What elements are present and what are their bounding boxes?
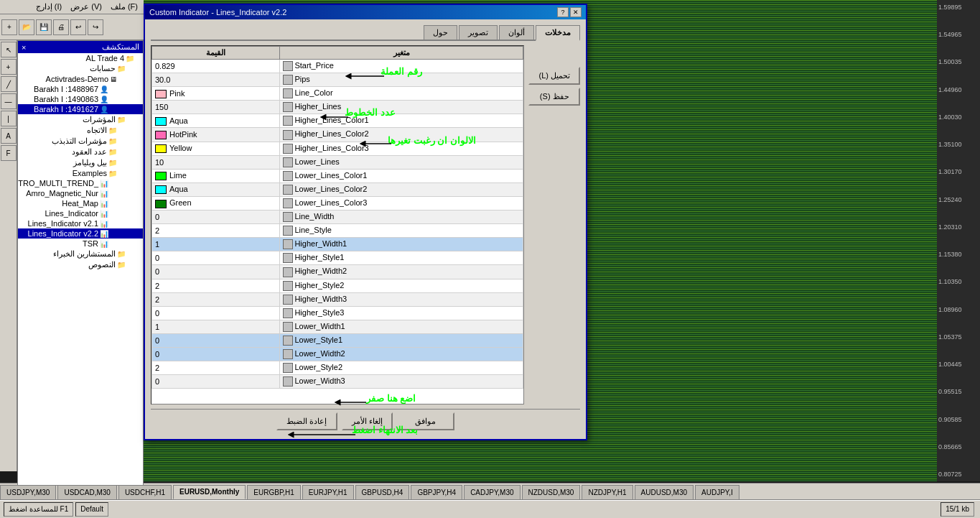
dialog-close[interactable]: ✕ bbox=[570, 7, 582, 17]
param-row[interactable]: Lime Lower_Lines_Color1 bbox=[152, 169, 523, 182]
param-row[interactable]: 0 Higher_Style1 bbox=[152, 251, 523, 265]
bottom-tab-NZDJPY_H1[interactable]: NZDJPY,H1 bbox=[582, 485, 633, 499]
param-row[interactable]: 0 Line_Width bbox=[152, 211, 523, 224]
bottom-tab-USDCHF_H1[interactable]: USDCHF,H1 bbox=[118, 485, 172, 499]
tree-item-بيل_ويليامز[interactable]: 📁بيل ويليامز bbox=[18, 157, 143, 168]
reset-button[interactable]: إعادة الضبط bbox=[276, 412, 337, 430]
dialog-title: Custom Indicator - Lines_Indicator v2.2 bbox=[149, 8, 286, 17]
param-name: Pips bbox=[280, 73, 523, 87]
tree-item-عدد_العقود[interactable]: 📁عدد العقود bbox=[18, 147, 143, 157]
custom-indicator-dialog[interactable]: Custom Indicator - Lines_Indicator v2.2 … bbox=[144, 4, 587, 440]
tree-item-Amro_Magnetic_Nur[interactable]: 📊Amro_Magnetic_Nur bbox=[18, 188, 143, 198]
param-row[interactable]: 0 Lower_Width2 bbox=[152, 347, 523, 361]
param-row[interactable]: Green Lower_Lines_Color3 bbox=[152, 196, 523, 210]
param-row[interactable]: 0 Higher_Width2 bbox=[152, 265, 523, 279]
tree-item-الاتجاه[interactable]: 📁الاتجاه bbox=[18, 125, 143, 136]
tree-item-TSR[interactable]: 📊TSR bbox=[18, 239, 143, 249]
param-row[interactable]: Pink Line_Color bbox=[152, 87, 523, 101]
menu-insert[interactable]: إدارج (I) bbox=[32, 1, 66, 12]
tree-item-Activtrades-Demo[interactable]: 🖥Activtrades-Demo bbox=[18, 74, 143, 84]
bottom-tab-GBPUSD_H4[interactable]: GBPUSD,H4 bbox=[355, 485, 410, 499]
param-row[interactable]: Aqua Lower_Lines_Color2 bbox=[152, 182, 523, 196]
save-button[interactable]: حفظ (S) bbox=[528, 88, 580, 106]
param-value: 1 bbox=[152, 320, 280, 333]
side-vline[interactable]: | bbox=[1, 111, 17, 126]
tab-display[interactable]: تصوير bbox=[459, 25, 498, 40]
tree-item-Lines_Indicator_v2.1[interactable]: 📊Lines_Indicator v2.1 bbox=[18, 218, 143, 228]
bottom-tab-NZDUSD_M30[interactable]: NZDUSD,M30 bbox=[522, 485, 581, 499]
param-row[interactable]: 0 Lower_Width3 bbox=[152, 375, 523, 389]
load-button[interactable]: تحميل (L) bbox=[528, 67, 580, 85]
param-table-wrapper[interactable]: القيمة متغير 0.829 Start_Price 30.0 Pips… bbox=[151, 45, 524, 404]
param-row[interactable]: 2 Higher_Width3 bbox=[152, 292, 523, 306]
explorer-close[interactable]: × bbox=[22, 43, 26, 52]
tree-item-المؤشرات[interactable]: 📁المؤشرات bbox=[18, 114, 143, 125]
price-label: 0.85665 bbox=[938, 443, 979, 450]
bottom-tab-CADJPY_M30[interactable]: CADJPY,M30 bbox=[464, 485, 520, 499]
param-name: Line_Width bbox=[280, 211, 523, 224]
side-text[interactable]: A bbox=[1, 128, 17, 144]
bottom-tab-USDJPY_M30[interactable]: USDJPY,M30 bbox=[0, 485, 56, 499]
param-name: Start_Price bbox=[280, 60, 523, 73]
param-row[interactable]: 1 Higher_Width1 bbox=[152, 238, 523, 251]
toolbar-undo[interactable]: ↩ bbox=[70, 19, 86, 35]
toolbar-redo[interactable]: ↪ bbox=[88, 19, 103, 35]
tree-item-مؤشرات_التذبذب[interactable]: 📁مؤشرات التذبذب bbox=[18, 136, 143, 147]
tree-item-1490863:_Barakh_I[interactable]: 👤1490863: Barakh I bbox=[18, 94, 143, 104]
tab-colors[interactable]: ألوان bbox=[499, 25, 534, 40]
tree-item-1488967:_Barakh_I[interactable]: 👤1488967: Barakh I bbox=[18, 84, 143, 94]
toolbar-save[interactable]: 💾 bbox=[36, 19, 52, 35]
menu-view[interactable]: عرض (V) bbox=[66, 1, 106, 12]
tree-item-Heat_Map[interactable]: 📊Heat_Map bbox=[18, 198, 143, 208]
toolbar-print[interactable]: 🖨 bbox=[53, 19, 69, 35]
param-row[interactable]: 2 Lower_Style2 bbox=[152, 361, 523, 375]
param-row[interactable]: 2 Line_Style bbox=[152, 224, 523, 238]
param-value: 150 bbox=[152, 101, 280, 114]
tree-item-Examples[interactable]: 📁Examples bbox=[18, 168, 143, 178]
tree-item-AL_Trade_4[interactable]: 📁AL Trade 4 bbox=[18, 53, 143, 63]
bottom-tab-USDCAD_M30[interactable]: USDCAD,M30 bbox=[57, 485, 116, 499]
param-row[interactable]: 0 Higher_Style3 bbox=[152, 306, 523, 320]
param-row[interactable]: 0.829 Start_Price bbox=[152, 60, 523, 73]
bottom-tab-EURGBP_H1[interactable]: EURGBP,H1 bbox=[247, 485, 301, 499]
param-row[interactable]: 10 Lower_Lines bbox=[152, 155, 523, 169]
side-line[interactable]: ╱ bbox=[1, 76, 17, 92]
bottom-tab-EURJPY_H1[interactable]: EURJPY,H1 bbox=[302, 485, 354, 499]
toolbar-open[interactable]: 📂 bbox=[19, 19, 34, 35]
param-row[interactable]: HotPink Higher_Lines_Color2 bbox=[152, 128, 523, 142]
dialog-help[interactable]: ? bbox=[557, 7, 569, 17]
tree-item-_TRO_MULTI_TREND[interactable]: 📊_TRO_MULTI_TREND bbox=[18, 178, 143, 188]
param-row[interactable]: 30.0 Pips bbox=[152, 73, 523, 87]
param-row[interactable]: 150 Higher_Lines bbox=[152, 101, 523, 114]
param-row[interactable]: 2 Higher_Style2 bbox=[152, 279, 523, 292]
toolbar: + 📂 💾 🖨 ↩ ↪ bbox=[0, 14, 144, 40]
tree-item-حسابات[interactable]: 📁حسابات bbox=[18, 63, 143, 74]
ok-button[interactable]: موافق bbox=[397, 412, 454, 430]
param-row[interactable]: Aqua Higher_Lines_Color1 bbox=[152, 114, 523, 128]
param-name: Lower_Lines_Color1 bbox=[280, 169, 523, 182]
param-name: Lower_Width2 bbox=[280, 347, 523, 361]
bottom-tab-AUDJPY_I[interactable]: AUDJPY,I bbox=[695, 485, 739, 499]
param-row[interactable]: 1 Lower_Width1 bbox=[152, 320, 523, 333]
menu-file[interactable]: ملف (F) bbox=[106, 1, 142, 12]
bottom-tab-EURUSD_Monthly[interactable]: EURUSD,Monthly bbox=[173, 485, 246, 499]
side-fib[interactable]: F bbox=[1, 145, 17, 161]
tree-item-Lines_Indicator[interactable]: 📊Lines_Indicator bbox=[18, 208, 143, 218]
cancel-button[interactable]: إلغاء الأمر bbox=[342, 412, 393, 430]
tab-about[interactable]: حول bbox=[424, 25, 457, 40]
bottom-tab-AUDUSD_M30[interactable]: AUDUSD,M30 bbox=[635, 485, 694, 499]
status-kb: 15/1 kb bbox=[941, 502, 974, 517]
tree-item-1491627:_Barakh_I[interactable]: 👤1491627: Barakh I bbox=[18, 104, 143, 114]
tree-item-Lines_Indicator_v2.2[interactable]: 📊Lines_Indicator v2.2 bbox=[18, 228, 143, 239]
side-hline[interactable]: — bbox=[1, 93, 17, 109]
tab-inputs[interactable]: مدخلات bbox=[536, 25, 580, 41]
tree-item-النصوص[interactable]: 📁النصوص bbox=[18, 259, 143, 270]
param-row[interactable]: Yellow Higher_Lines_Color3 bbox=[152, 142, 523, 155]
toolbar-new[interactable]: + bbox=[1, 19, 17, 35]
bottom-tab-GBPJPY_H4[interactable]: GBPJPY,H4 bbox=[411, 485, 462, 499]
tree-item-المستشارين_الخبراء[interactable]: 📁المستشارين الخبراء bbox=[18, 249, 143, 259]
param-row[interactable]: 0 Lower_Style1 bbox=[152, 333, 523, 347]
side-cursor[interactable]: ↖ bbox=[1, 42, 17, 57]
price-label: 1.50035 bbox=[938, 58, 979, 65]
side-crosshair[interactable]: + bbox=[1, 59, 17, 75]
